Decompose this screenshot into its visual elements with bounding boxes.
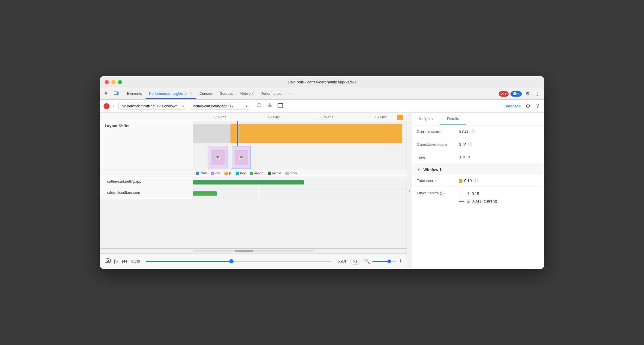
url-select[interactable]: coffee-cart.netlify.app (1) (190, 103, 250, 110)
cursor-icon[interactable] (102, 90, 111, 98)
legend-js: js (224, 171, 231, 175)
layout-shifts-label: Layout Shifts (100, 121, 193, 169)
thumbnail-1[interactable]: ☕ (208, 146, 227, 169)
current-score-info-icon[interactable]: ⓘ (471, 129, 475, 134)
legend-dot-font (236, 172, 239, 175)
total-score-row: Total score 0.19 ⓘ (412, 175, 544, 187)
more-options-icon[interactable]: ⋮ (533, 90, 542, 98)
ruler-mark-1: 3,160ms (193, 115, 246, 119)
close-button[interactable] (105, 80, 109, 84)
total-score-label: Total score (417, 178, 459, 183)
error-badge: ✕ 1 (499, 91, 509, 97)
svg-point-7 (107, 260, 109, 262)
layout-shifts-values: — 1. 0.15 — 2. 0.041 (current) (459, 190, 497, 204)
toolbar-settings-icon[interactable]: ⚙ (524, 102, 531, 110)
legend-css: css (211, 171, 221, 175)
cumulative-score-info-icon[interactable]: ⓘ (468, 142, 472, 147)
dashed-line-1 (259, 177, 259, 188)
timeline-ruler: 3,160ms 3,200ms 3,240ms 3,280ms (100, 113, 407, 121)
cumulative-score-value: 0.19 ⓘ (459, 142, 472, 147)
legend-dot-html (196, 172, 199, 175)
skip-back-button[interactable]: ⏮ (122, 258, 128, 264)
timeline-content: Layout Shifts ☕ (100, 121, 407, 248)
device-icon[interactable] (112, 90, 121, 98)
tab-more[interactable]: » (285, 89, 294, 99)
current-score-row: Current score 0.041 ⓘ (412, 125, 544, 138)
time-label: Time (417, 155, 459, 160)
details-content: Current score 0.041 ⓘ Cumulative score 0… (412, 125, 544, 269)
ruler-marks: 3,160ms 3,200ms 3,240ms 3,280ms (193, 115, 407, 119)
layout-shifts-detail-label: Layout shifts (2) (417, 190, 459, 196)
upload-button[interactable] (255, 102, 263, 110)
network-legend: html css js font (100, 170, 407, 177)
legend-dot-other (285, 172, 289, 175)
dashed-line-2 (259, 188, 259, 199)
network-label-2: cdnjs.cloudflare.com (100, 188, 193, 199)
record-dropdown-icon[interactable]: ▾ (113, 104, 115, 108)
toolbar-actions (255, 102, 284, 110)
tab-console[interactable]: Console (196, 89, 216, 99)
tab-sources[interactable]: Sources (216, 89, 237, 99)
current-score-value: 0.041 ⓘ (459, 129, 475, 134)
legend-dot-media (268, 172, 271, 175)
delete-button[interactable] (276, 102, 284, 110)
toolbar: ▾ No network throttling, 4× slowdown cof… (100, 100, 544, 113)
scrollbar-container (100, 248, 407, 253)
window-title: DevTools - coffee-cart.netlify.app/?ad=1 (288, 80, 356, 84)
download-button[interactable] (266, 102, 274, 110)
layout-shifts-row: Layout Shifts ☕ (100, 121, 407, 170)
legend-dot-js (224, 172, 228, 175)
thumbnail-2[interactable]: ☕ (232, 146, 251, 169)
toolbar-help-icon[interactable]: ? (535, 102, 540, 110)
minimize-button[interactable] (111, 80, 116, 84)
url-select-wrapper: coffee-cart.netlify.app (1) (190, 103, 250, 110)
info-badge: 💬 1 (510, 91, 522, 97)
collapse-icon[interactable]: ▼ (417, 167, 420, 172)
tab-network[interactable]: Network (237, 89, 257, 99)
legend-other: other (285, 171, 297, 175)
playback-slider[interactable] (146, 261, 332, 262)
net-bar-green-1 (193, 180, 304, 184)
cumulative-score-row: Cumulative score 0.19 ⓘ (412, 138, 544, 151)
maximize-button[interactable] (118, 80, 122, 84)
tab-performance-insights[interactable]: Performance insights ⚠ ✕ (146, 89, 196, 99)
network-bars-1 (193, 177, 407, 188)
tab-close-icon[interactable]: ✕ (190, 92, 192, 95)
settings-icon[interactable]: ⚙ (524, 90, 531, 98)
zoom-fill (372, 261, 389, 262)
total-score-value: 0.19 ⓘ (459, 178, 478, 184)
tab-elements[interactable]: Elements (123, 89, 146, 99)
throttle-select[interactable]: No network throttling, 4× slowdown (118, 103, 186, 110)
feedback-link[interactable]: Feedback (504, 104, 521, 108)
ruler-mark-3: 3,240ms (300, 115, 354, 119)
title-bar: DevTools - coffee-cart.netlify.app/?ad=1 (100, 76, 544, 88)
record-button[interactable] (104, 103, 110, 109)
legend-dot-css (211, 172, 214, 175)
network-bars-2 (193, 188, 407, 199)
cumulative-score-label: Cumulative score (417, 142, 459, 147)
sidebar-collapse-handle[interactable]: ‹ (407, 113, 412, 269)
scrollbar-track[interactable] (193, 250, 314, 252)
orange-indicator (397, 115, 403, 120)
scrollbar-thumb[interactable] (235, 250, 253, 252)
zoom-slider[interactable] (372, 261, 396, 262)
legend-media: media (268, 171, 281, 175)
tab-details[interactable]: Details (440, 113, 466, 125)
zoom-out-icon[interactable]: 🔍 (364, 258, 370, 264)
speed-badge[interactable]: x1 (350, 258, 361, 265)
zoom-in-icon[interactable]: + (399, 258, 402, 264)
zoom-thumb[interactable] (387, 260, 391, 263)
tab-performance[interactable]: Performance (257, 89, 285, 99)
play-button[interactable]: ▷ (114, 258, 119, 265)
total-score-info-icon[interactable]: ⓘ (474, 178, 478, 184)
svg-rect-6 (105, 259, 110, 262)
network-row-2: cdnjs.cloudflare.com (100, 188, 407, 199)
playback-thumb[interactable] (229, 259, 233, 263)
details-panel: Insights Details Current score 0.041 ⓘ C… (412, 113, 544, 269)
screenshot-button[interactable] (105, 258, 111, 264)
tab-badges: ✕ 1 💬 1 ⚙ ⋮ (499, 90, 542, 98)
details-tab-bar: Insights Details (412, 113, 544, 125)
tab-insights[interactable]: Insights (412, 113, 440, 125)
devtools-window: DevTools - coffee-cart.netlify.app/?ad=1… (100, 76, 544, 269)
tab-icons-group (102, 90, 121, 98)
